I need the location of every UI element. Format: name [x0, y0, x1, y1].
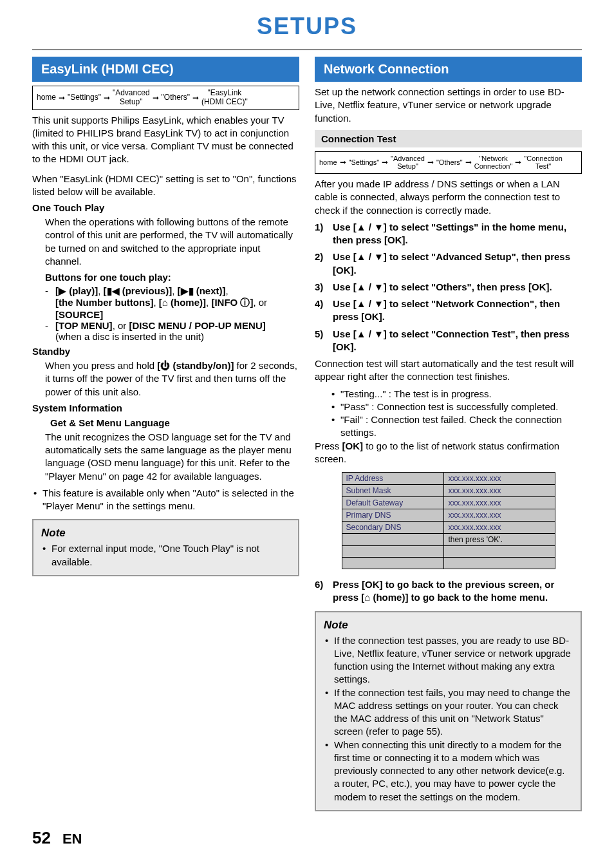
subheading-buttons-for: Buttons for one touch play: — [32, 272, 299, 283]
table-row: then press 'OK'. — [342, 534, 555, 546]
button-ref: [DISC MENU / POP-UP MENU] — [129, 320, 265, 331]
step-list: 1)Use [▲ / ▼] to select "Settings" in th… — [315, 221, 582, 354]
page-title: SETUPS — [32, 13, 582, 40]
arrow-icon — [340, 158, 346, 167]
nav-item: "EasyLink (HDMI CEC)" — [201, 89, 248, 107]
list-item: 5)Use [▲ / ▼] to select "Connection Test… — [315, 328, 582, 354]
table-row: Secondary DNSxxx.xxx.xxx.xxx — [342, 522, 555, 534]
arrow-icon — [382, 158, 388, 167]
nav-item: "Advanced Setup" — [113, 89, 150, 107]
list-item: If the connection test fails, you may ne… — [324, 686, 573, 739]
list-item: For external input mode, "One Touch Play… — [41, 542, 290, 569]
arrow-icon — [153, 93, 159, 102]
section-heading-easylink: EasyLink (HDMI CEC) — [32, 57, 299, 82]
list-item: If the connection test passes, you are r… — [324, 634, 573, 686]
table-row: Subnet Maskxxx.xxx.xxx.xxx — [342, 485, 555, 497]
page-number: 52 — [32, 828, 51, 848]
button-ref: [⏻ (standby/on)] — [157, 360, 234, 371]
subheading-one-touch: One Touch Play — [32, 202, 299, 213]
network-status-table: IP Addressxxx.xxx.xxx.xxx Subnet Maskxxx… — [342, 472, 555, 569]
note-title: Note — [41, 527, 290, 540]
button-list-row: - [▶ (play)], [▮◀ (previous)], [▶▮ (next… — [32, 285, 299, 320]
note-box: Note For external input mode, "One Touch… — [32, 519, 299, 576]
table-row — [342, 558, 555, 569]
list-item: 4)Use [▲ / ▼] to select "Network Connect… — [315, 297, 582, 324]
nav-item: "Others" — [436, 158, 463, 167]
table-row: Primary DNSxxx.xxx.xxx.xxx — [342, 509, 555, 522]
breadcrumb-easylink: home "Settings" "Advanced Setup" "Others… — [32, 86, 299, 110]
arrow-icon — [192, 93, 199, 102]
breadcrumb-connection-test: home "Settings" "Advanced Setup" "Others… — [315, 151, 582, 174]
nav-item: "Settings" — [349, 158, 380, 167]
button-ref: [⌂ (home)] — [159, 297, 206, 308]
button-ref: [TOP MENU] — [55, 320, 113, 331]
list-item: "Fail" : Connection test failed. Check t… — [330, 413, 582, 440]
nav-item: "Connection Test" — [524, 155, 563, 171]
step-list: 6)Press [OK] to go back to the previous … — [315, 578, 582, 605]
button-ref: [the Number buttons] — [55, 297, 153, 308]
paragraph: After you made IP address / DNS settings… — [315, 178, 582, 217]
paragraph: Set up the network connection settings i… — [315, 86, 582, 125]
language-code: EN — [62, 831, 82, 847]
arrow-icon — [427, 158, 434, 167]
list-item: 3)Use [▲ / ▼] to select "Others", then p… — [315, 281, 582, 294]
result-list: "Testing..." : The test is in progress. … — [315, 388, 582, 440]
paragraph: The unit recognizes the OSD language set… — [32, 431, 299, 483]
paragraph: Connection test will start automatically… — [315, 357, 582, 384]
paragraph: When you press and hold [⏻ (standby/on)]… — [32, 359, 299, 399]
arrow-icon — [515, 158, 521, 167]
nav-item: "Network Connection" — [474, 155, 513, 171]
paragraph: Press [OK] to go to the list of network … — [315, 440, 582, 466]
list-item: "Pass" : Connection test is successfully… — [330, 401, 582, 413]
table-row: IP Addressxxx.xxx.xxx.xxx — [342, 473, 555, 485]
button-ref: [▮◀ (previous)] — [104, 285, 172, 296]
button-ref: [▶▮ (next)] — [178, 285, 226, 296]
note-box: Note If the connection test passes, you … — [315, 611, 582, 811]
note-text: (when a disc is inserted in the unit) — [55, 331, 204, 342]
right-column: Network Connection Set up the network co… — [315, 57, 582, 811]
list-item: 6)Press [OK] to go back to the previous … — [315, 578, 582, 605]
nav-item: home — [37, 93, 56, 102]
nav-item: "Advanced Setup" — [391, 155, 425, 171]
subsection-connection-test: Connection Test — [315, 130, 582, 147]
button-list-row: - [TOP MENU], or [DISC MENU / POP-UP MEN… — [32, 320, 299, 342]
list-item: 2)Use [▲ / ▼] to select "Advanced Setup"… — [315, 250, 582, 277]
subheading-getset: Get & Set Menu Language — [32, 417, 299, 428]
paragraph: When the operations with following butto… — [32, 216, 299, 268]
arrow-icon — [465, 158, 472, 167]
divider — [32, 49, 582, 50]
note-title: Note — [324, 619, 573, 632]
nav-item: home — [319, 158, 337, 167]
section-heading-network: Network Connection — [315, 57, 582, 82]
button-ref: [SOURCE] — [55, 309, 103, 320]
list-item: When connecting this unit directly to a … — [324, 739, 573, 804]
nav-item: "Others" — [162, 93, 191, 102]
button-ref: [▶ (play)] — [55, 285, 98, 296]
subheading-sysinfo: System Information — [32, 402, 299, 413]
arrow-icon — [59, 93, 65, 102]
list-item: This feature is available only when "Aut… — [32, 487, 299, 513]
paragraph: When "EasyLink (HDMI CEC)" setting is se… — [32, 173, 299, 199]
button-ref: [INFO ⓘ] — [211, 297, 253, 308]
list-item: 1)Use [▲ / ▼] to select "Settings" in th… — [315, 221, 582, 247]
table-row: Default Gatewayxxx.xxx.xxx.xxx — [342, 497, 555, 509]
arrow-icon — [104, 93, 110, 102]
bullet-list: This feature is available only when "Aut… — [32, 487, 299, 513]
list-item: "Testing..." : The test is in progress. — [330, 388, 582, 401]
nav-item: "Settings" — [68, 93, 101, 102]
page-footer: 52 EN — [32, 828, 582, 848]
table-row — [342, 546, 555, 558]
left-column: EasyLink (HDMI CEC) home "Settings" "Adv… — [32, 57, 299, 811]
paragraph: This unit supports Philips EasyLink, whi… — [32, 114, 299, 166]
subheading-standby: Standby — [32, 346, 299, 357]
